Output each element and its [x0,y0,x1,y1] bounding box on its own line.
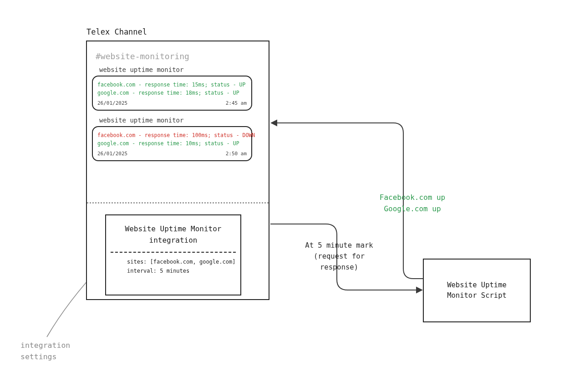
flow-response-label: Facebook.com up Google.com up [362,192,462,215]
channel-outer-label: Telex Channel [86,27,147,36]
integration-config-interval: interval: 5 minutes [127,266,240,275]
flow-request-line: (request for [314,252,365,260]
panel-divider [87,202,269,204]
message-card: facebook.com - response time: 100ms; sta… [92,126,252,161]
integration-title: Website Uptime Monitor integration [106,215,240,249]
flow-request-line: response) [320,263,358,271]
integration-box: Website Uptime Monitor integration sites… [105,214,241,295]
script-box-line: Monitor Script [447,291,507,300]
message-line: facebook.com - response time: 100ms; sta… [97,132,247,140]
channel-hash-title: #website-monitoring [96,51,189,61]
message-date: 26/01/2025 [97,99,127,107]
message-time: 2:45 am [226,99,247,107]
integration-title-line: Website Uptime Monitor [125,224,222,233]
integration-config-sites: sites: [facebook.com, google.com] [127,257,240,266]
message-line: google.com - response time: 10ms; status… [97,140,247,148]
settings-label-line: settings [20,352,56,361]
script-box: Website Uptime Monitor Script [423,259,531,322]
script-box-line: Website Uptime [447,281,507,289]
integration-settings-annotation: integration settings [20,340,70,363]
message-line: google.com - response time: 18ms; status… [97,89,247,97]
flow-response-line: Google.com up [384,204,441,213]
message-date: 26/01/2025 [97,150,127,158]
flow-request-line: At 5 minute mark [305,241,373,249]
message-time: 2:50 am [226,150,247,158]
integration-title-line: integration [149,236,198,244]
message-sender: website uptime monitor [99,117,183,124]
message-sender: website uptime monitor [99,66,183,73]
message-line: facebook.com - response time: 15ms; stat… [97,81,247,89]
settings-label-line: integration [20,341,70,350]
flow-response-line: Facebook.com up [380,193,446,202]
integration-divider [111,252,236,253]
message-card: facebook.com - response time: 15ms; stat… [92,76,252,111]
flow-request-label: At 5 minute mark (request for response) [294,240,385,273]
